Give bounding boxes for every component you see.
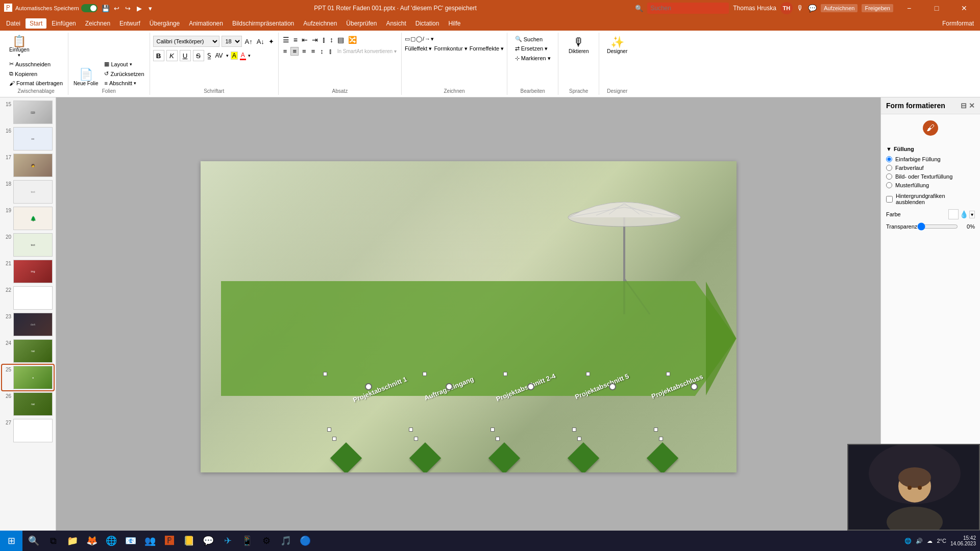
fill-pattern-option[interactable]: Musterfüllung [886,182,975,188]
line-spacing-icon[interactable]: ↕ [318,47,325,55]
panel-collapse-button[interactable]: ⊟ [961,102,967,110]
fill-texture-radio[interactable] [886,173,892,180]
menu-zeichnen[interactable]: Zeichnen [81,18,114,29]
slide-thumb-27[interactable]: 27 [2,418,54,443]
paste-button[interactable]: 📋 Einfügen ▾ [7,35,38,59]
text-align-icon[interactable]: ▤ [336,36,345,44]
menu-dictation[interactable]: Dictation [411,18,444,29]
font-size-select[interactable]: 18 [222,36,242,47]
undo-icon[interactable]: ↩ [112,3,122,13]
taskbar-weather[interactable]: ☁ [927,538,933,544]
fill-effect-icon[interactable]: Fülleffekt ▾ [405,45,432,52]
canvas-area[interactable]: Projektabschnitt 1 Auftragseingang Proje… [56,97,880,536]
slide-thumb-26[interactable]: 26 nat [2,391,54,417]
minimize-button[interactable]: − [897,0,921,16]
bold-button[interactable]: B [153,50,164,61]
increase-indent-icon[interactable]: ⇥ [311,36,319,44]
search-icon[interactable]: 🔍 [635,5,643,12]
menu-aufzeichnen[interactable]: Aufzeichnen [299,18,341,29]
start-button[interactable]: ⊞ [0,531,22,551]
columns-icon[interactable]: ⫿ [321,36,327,44]
copy-button[interactable]: ⧉ Kopieren [7,69,39,78]
font-color-arrow2[interactable]: ▾ [248,53,251,58]
shape-circle[interactable]: ◯ [416,36,422,42]
fill-solid-option[interactable]: Einfarbige Füllung [886,156,975,162]
slide-thumb-16[interactable]: 16 ≡≡ [2,126,54,152]
smartart-icon[interactable]: 🔀 [347,36,358,44]
taskbar-firefox[interactable]: 🦊 [83,532,101,550]
shape-more[interactable]: ▾ [431,36,434,42]
cut-button[interactable]: ✂ Ausschneiden [7,60,53,68]
format-copy-button[interactable]: 🖌 Format übertragen [7,79,65,87]
italic-button[interactable]: K [166,50,178,61]
font-color-arrow[interactable]: ▾ [226,53,229,58]
slide-thumb-23[interactable]: 23 dark [2,312,54,337]
shape-rounded[interactable]: ▢ [410,36,415,42]
rotate-handle-2[interactable] [446,383,453,390]
taskbar-app1[interactable]: 📱 [238,532,256,550]
fill-expand-icon[interactable]: ▼ [886,146,892,152]
slide-thumb-17[interactable]: 17 🧑 [2,153,54,178]
menu-einfuegen[interactable]: Einfügen [47,18,80,29]
fill-gradient-option[interactable]: Farbverlauf [886,165,975,171]
decrease-indent-icon[interactable]: ⇤ [301,36,309,44]
slide-thumb-20[interactable]: 20 text [2,232,54,258]
menu-ueberpruefen[interactable]: Überprüfen [342,18,381,29]
format-paint-icon[interactable]: 🖌 [923,120,938,136]
border-icon[interactable]: Formkontur ▾ [434,45,467,52]
search-input[interactable] [647,3,729,14]
taskbar-taskview[interactable]: ⧉ [44,532,62,550]
taskbar-app2[interactable]: ⚙ [257,532,276,550]
rotate-handle-4[interactable] [609,383,616,390]
shape-line[interactable]: / [423,36,424,42]
menu-ansicht[interactable]: Ansicht [382,18,410,29]
font-name-select[interactable]: Calibri (Textkörper) [153,36,219,47]
taskbar-chrome[interactable]: 🌐 [102,532,120,550]
taskbar-explorer[interactable]: 📁 [63,532,82,550]
list-ordered-icon[interactable]: ≡ [292,36,299,44]
align-right-icon[interactable]: ≡ [301,47,308,55]
mic-icon[interactable]: 🎙 [797,4,804,12]
menu-start[interactable]: Start [26,18,46,29]
slide-thumb-21[interactable]: 21 img [2,259,54,284]
paste-arrow[interactable]: ▾ [18,53,20,58]
menu-hilfe[interactable]: Hilfe [444,18,464,29]
section-button[interactable]: ≡ Abschnitt ▾ [102,79,146,87]
list-unordered-icon[interactable]: ☰ [282,36,290,44]
menu-animationen[interactable]: Animationen [185,18,227,29]
taskbar-volume-icon[interactable]: 🔊 [916,538,923,544]
menu-uebergaenge[interactable]: Übergänge [145,18,184,29]
section-arrow[interactable]: ▾ [134,81,136,86]
char-spacing-icon[interactable]: AV [214,52,224,59]
fill-pattern-radio[interactable] [886,182,892,188]
autosave-toggle[interactable]: Automatisches Speichern [15,4,97,12]
taskbar-app3[interactable]: 🎵 [277,532,295,550]
text-direction-icon[interactable]: ↕ [329,36,334,44]
taskbar-powerpoint[interactable]: 🅿 [160,532,179,550]
color-swatch[interactable] [948,209,959,219]
close-button[interactable]: ✕ [952,0,976,16]
taskbar-search[interactable]: 🔍 [24,532,43,550]
clear-format-icon[interactable]: ✦ [267,38,275,45]
taskbar-teams[interactable]: 👥 [141,532,159,550]
shape-rect[interactable]: ▭ [405,36,410,42]
shape-effect-icon[interactable]: Formeffekte ▾ [470,45,504,52]
panel-close-button[interactable]: ✕ [969,102,975,110]
highlight-color-icon[interactable]: A [231,52,238,60]
fill-texture-option[interactable]: Bild- oder Texturfüllung [886,173,975,180]
taskbar-app4[interactable]: 🔵 [296,532,314,550]
hide-bg-option[interactable]: Hintergrundgrafiken ausblenden [886,193,975,205]
comment-icon[interactable]: 💬 [808,4,817,12]
replace-button[interactable]: ⇄ Ersetzen ▾ [513,44,553,53]
select-button[interactable]: ⊹ Markieren ▾ [513,54,553,63]
reset-button[interactable]: ↺ Zurücksetzen [102,69,146,78]
strikethrough-button[interactable]: S [193,50,204,61]
underline-button[interactable]: U [180,50,191,61]
fill-solid-radio[interactable] [886,156,892,162]
transparency-slider[interactable] [917,222,958,231]
justify-icon[interactable]: ≡ [310,47,317,55]
columns2-icon[interactable]: ⫿ [327,47,334,55]
menu-praesentation[interactable]: Bildschirmpräsentation [228,18,298,29]
new-slide-button[interactable]: 📄 Neue Folie [71,68,100,87]
text-shadow-icon[interactable]: S̲ [206,52,212,59]
